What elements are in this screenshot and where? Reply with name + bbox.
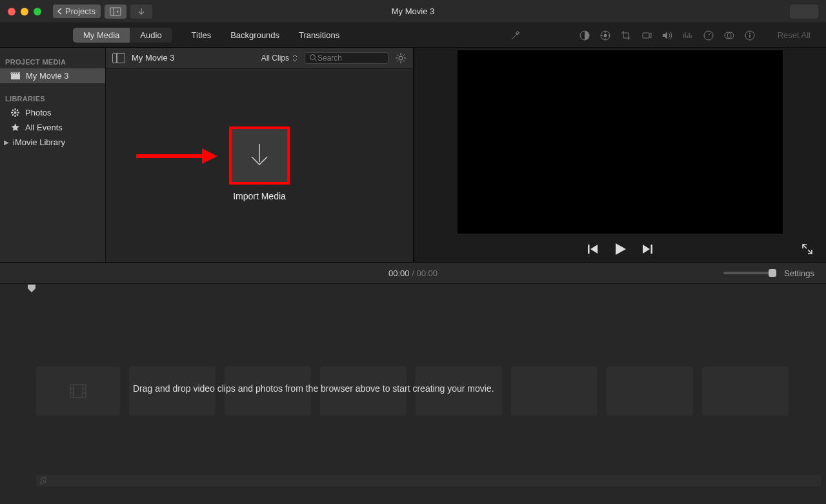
crop-icon[interactable] xyxy=(620,30,632,41)
tab-my-media[interactable]: My Media xyxy=(73,28,130,43)
preview-frame xyxy=(458,50,783,234)
sidebar-heading-libraries: LIBRARIES xyxy=(0,92,105,105)
zoom-window[interactable] xyxy=(34,8,41,15)
import-button[interactable] xyxy=(130,5,152,19)
browser-settings-button[interactable] xyxy=(395,52,407,64)
viewer-canvas xyxy=(414,48,826,236)
next-button[interactable] xyxy=(641,244,653,254)
download-arrow-icon xyxy=(247,141,272,170)
skip-forward-icon xyxy=(641,244,653,254)
svg-rect-16 xyxy=(588,245,590,254)
library-toggle-button[interactable] xyxy=(105,5,126,19)
star-icon xyxy=(10,123,20,132)
browser-body: Import Media xyxy=(106,68,413,262)
zoom-slider[interactable] xyxy=(723,272,775,274)
browser-toolbar: My Movie 3 All Clips xyxy=(106,48,413,68)
clapperboard-icon xyxy=(10,72,21,80)
projects-back-button[interactable]: Projects xyxy=(53,5,101,18)
chevron-left-icon xyxy=(57,8,63,15)
gear-icon xyxy=(395,52,407,64)
clip-placeholder xyxy=(511,367,598,416)
import-media-button[interactable] xyxy=(232,129,287,182)
viewer-panel xyxy=(414,48,826,262)
clip-placeholder xyxy=(607,367,693,416)
enhance-wand-icon[interactable] xyxy=(509,29,522,42)
svg-point-10 xyxy=(749,32,750,34)
timeline-hint-text: Drag and drop video clips and photos fro… xyxy=(133,383,494,394)
volume-icon[interactable] xyxy=(661,30,673,41)
media-audio-segment: My Media Audio xyxy=(73,28,172,43)
noise-reduction-icon[interactable] xyxy=(682,30,694,41)
svg-rect-17 xyxy=(651,245,653,254)
sidebar-heading-project-media: PROJECT MEDIA xyxy=(0,55,105,68)
search-field[interactable] xyxy=(305,52,388,64)
svg-point-4 xyxy=(603,34,607,37)
music-note-icon xyxy=(40,477,48,485)
info-icon[interactable] xyxy=(744,30,756,41)
content-layout-toggle[interactable] xyxy=(112,53,125,63)
sidebar-item-imovie-library[interactable]: ▶ iMovie Library xyxy=(0,135,105,150)
adjust-toolbar: Reset All xyxy=(509,29,826,42)
stabilization-icon[interactable] xyxy=(641,31,652,40)
timecode-display: 00:00 / 00:00 xyxy=(0,268,826,278)
play-icon xyxy=(613,242,627,256)
svg-rect-0 xyxy=(110,8,121,15)
fullscreen-button[interactable] xyxy=(801,243,813,255)
flower-icon xyxy=(10,108,20,117)
sidebar-item-photos[interactable]: Photos xyxy=(0,105,105,120)
download-arrow-icon xyxy=(137,7,146,16)
clip-placeholder xyxy=(36,367,120,416)
clip-filter-icon[interactable] xyxy=(723,30,735,41)
tab-titles[interactable]: Titles xyxy=(192,30,212,40)
sidebar-item-all-events-label: All Events xyxy=(25,123,63,132)
tab-audio[interactable]: Audio xyxy=(130,28,172,43)
category-tabs: My Media Audio Titles Backgrounds Transi… xyxy=(0,23,826,48)
color-balance-icon[interactable] xyxy=(579,30,590,41)
speed-icon[interactable] xyxy=(703,30,714,41)
prev-button[interactable] xyxy=(587,244,599,254)
annotation-arrow-icon xyxy=(135,147,219,165)
sidebar-item-project[interactable]: My Movie 3 xyxy=(0,68,105,83)
sidebar: PROJECT MEDIA My Movie 3 LIBRARIES Photo… xyxy=(0,48,106,262)
minimize-window[interactable] xyxy=(21,8,28,15)
time-total: 00:00 xyxy=(416,268,438,278)
film-icon xyxy=(70,384,86,398)
reset-all-button[interactable]: Reset All xyxy=(778,30,811,40)
audio-track[interactable] xyxy=(36,475,821,487)
play-button[interactable] xyxy=(613,242,627,256)
main-split: PROJECT MEDIA My Movie 3 LIBRARIES Photo… xyxy=(0,48,826,262)
clips-filter-label: All Clips xyxy=(261,54,289,63)
window-controls xyxy=(8,8,41,15)
time-current: 00:00 xyxy=(388,268,410,278)
time-sep: / xyxy=(410,268,417,278)
clips-filter-dropdown[interactable]: All Clips xyxy=(261,54,298,63)
projects-label: Projects xyxy=(65,6,96,16)
svg-point-12 xyxy=(14,112,17,114)
svg-rect-11 xyxy=(749,34,750,37)
sidebar-item-all-events[interactable]: All Events xyxy=(0,120,105,135)
browser-event-title: My Movie 3 xyxy=(132,53,174,63)
svg-point-13 xyxy=(310,55,316,60)
timeline[interactable]: Drag and drop video clips and photos fro… xyxy=(0,284,826,504)
search-input[interactable] xyxy=(317,54,376,63)
playhead-icon[interactable] xyxy=(27,284,36,293)
titlebar: Projects My Movie 3 xyxy=(0,0,826,23)
tab-transitions[interactable]: Transitions xyxy=(299,30,339,40)
sidebar-item-library-label: iMovie Library xyxy=(13,137,65,147)
share-button[interactable] xyxy=(790,5,818,19)
skip-back-icon xyxy=(587,244,599,254)
expand-icon xyxy=(801,243,813,255)
svg-rect-18 xyxy=(70,385,86,398)
svg-rect-5 xyxy=(643,33,649,38)
zoom-thumb[interactable] xyxy=(769,269,776,277)
disclosure-triangle-icon[interactable]: ▶ xyxy=(4,139,9,146)
import-media-label: Import Media xyxy=(233,191,286,201)
search-icon xyxy=(309,54,317,62)
close-window[interactable] xyxy=(8,8,15,15)
media-browser: My Movie 3 All Clips xyxy=(106,48,414,262)
playback-controls xyxy=(414,236,826,262)
up-down-chevron-icon xyxy=(292,54,298,62)
tab-backgrounds[interactable]: Backgrounds xyxy=(230,30,279,40)
color-correction-icon[interactable] xyxy=(599,30,611,41)
timeline-header: 00:00 / 00:00 Settings xyxy=(0,262,826,284)
